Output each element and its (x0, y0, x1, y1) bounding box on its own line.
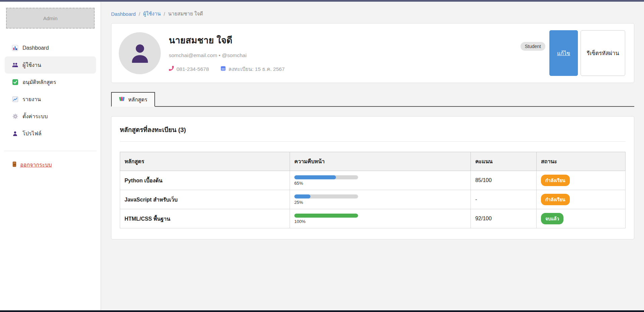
breadcrumb-current: นายสมชาย ใจดี (168, 10, 203, 18)
table-row: Python เบื้องต้น 65% 85/100 กำลังเรียน (120, 171, 626, 190)
sidebar-item-label: Dashboard (22, 45, 49, 51)
breadcrumb-separator: / (164, 11, 165, 17)
sidebar-divider (4, 151, 97, 151)
phone-item: 081-234-5678 (169, 66, 209, 72)
person-avatar-icon (129, 42, 151, 64)
progress-label: 25% (294, 200, 466, 205)
courses-divider (120, 141, 626, 142)
admin-logo[interactable]: Admin (6, 8, 95, 29)
sidebar-item-settings[interactable]: ตั้งค่าระบบ (5, 108, 96, 125)
tab-courses[interactable]: หลักสูตร (111, 92, 155, 107)
column-header-score: คะแนน (471, 152, 537, 171)
course-name: Python เบื้องต้น (120, 171, 290, 190)
tab-courses-label: หลักสูตร (128, 95, 147, 104)
status-badge: กำลังเรียน (541, 194, 570, 205)
progress-bar (294, 194, 358, 198)
users-icon (12, 62, 18, 68)
sidebar-item-label: อนุมัติหลักสูตร (22, 78, 56, 86)
status-badge: กำลังเรียน (541, 175, 570, 186)
phone-number: 081-234-5678 (177, 66, 209, 72)
courses-table: หลักสูตร ความคืบหน้า คะแนน สถานะ Python … (120, 152, 626, 228)
profile-meta: 081-234-5678 ลงทะเบียน: 15 ธ.ค. 2567 (169, 65, 521, 73)
page: Admin Dashboard ผู้ใช้งาน (0, 0, 644, 312)
sidebar-item-label: ผู้ใช้งาน (22, 61, 41, 69)
reset-password-button[interactable]: รีเซ็ตรหัสผ่าน (581, 30, 625, 76)
registered-date: ลงทะเบียน: 15 ธ.ค. 2567 (229, 65, 285, 73)
status-badge: จบแล้ว (541, 213, 563, 224)
sidebar-item-reports[interactable]: รายงาน (5, 91, 96, 108)
calendar-icon (220, 66, 226, 73)
courses-table-head: หลักสูตร ความคืบหน้า คะแนน สถานะ (120, 152, 626, 171)
sidebar-item-label: โปรไฟล์ (22, 129, 42, 138)
profile-card: นายสมชาย ใจดี somchai@email.com • @somch… (111, 23, 634, 83)
registered-item: ลงทะเบียน: 15 ธ.ค. 2567 (220, 65, 285, 73)
avatar (119, 32, 161, 74)
sidebar-item-course-approval[interactable]: อนุมัติหลักสูตร (5, 74, 96, 91)
door-icon (12, 162, 17, 168)
score-value: 85/100 (471, 171, 537, 190)
profile-info: นายสมชาย ใจดี somchai@email.com • @somch… (169, 33, 521, 73)
score-value: - (471, 190, 537, 209)
breadcrumb: Dashboard / ผู้ใช้งาน / นายสมชาย ใจดี (111, 10, 634, 18)
breadcrumb-separator: / (139, 11, 140, 17)
breadcrumb-link-users[interactable]: ผู้ใช้งาน (143, 10, 161, 18)
sidebar-item-profile[interactable]: โปรไฟล์ (5, 125, 96, 142)
logout-label: ออกจากระบบ (20, 161, 52, 169)
table-row: JavaScript สำหรับเว็บ 25% - กำลังเรียน (120, 190, 626, 209)
phone-icon (169, 66, 174, 72)
score-value: 92/100 (471, 209, 537, 228)
logout-link[interactable]: ออกจากระบบ (12, 161, 52, 169)
course-name: HTML/CSS พื้นฐาน (120, 209, 290, 228)
breadcrumb-link-dashboard[interactable]: Dashboard (111, 11, 136, 17)
courses-title: หลักสูตรที่ลงทะเบียน (3) (120, 125, 626, 135)
courses-card: หลักสูตรที่ลงทะเบียน (3) หลักสูตร ความคื… (111, 116, 634, 239)
profile-name: นายสมชาย ใจดี (169, 33, 521, 47)
main-content: Dashboard / ผู้ใช้งาน / นายสมชาย ใจดี นา… (101, 2, 644, 310)
books-icon (119, 96, 125, 103)
app-layout: Admin Dashboard ผู้ใช้งาน (0, 2, 644, 310)
column-header-status: สถานะ (536, 152, 625, 171)
profile-email: somchai@email.com • @somchai (169, 52, 521, 58)
tab-bar: หลักสูตร (111, 92, 634, 107)
sidebar-item-label: ตั้งค่าระบบ (22, 112, 48, 121)
progress-bar (294, 175, 358, 179)
gear-icon (12, 114, 18, 120)
edit-button[interactable]: แก้ไข (549, 30, 578, 76)
course-name: JavaScript สำหรับเว็บ (120, 190, 290, 209)
sidebar-nav: Dashboard ผู้ใช้งาน อนุมัติหลักสูตร (0, 39, 101, 142)
sidebar-item-dashboard[interactable]: Dashboard (5, 39, 96, 56)
role-badge: Student (521, 42, 545, 51)
bottom-edge-bar (0, 310, 644, 312)
column-header-progress: ความคืบหน้า (290, 152, 471, 171)
progress-label: 65% (294, 181, 466, 186)
bar-chart-icon (12, 45, 18, 51)
column-header-course: หลักสูตร (120, 152, 290, 171)
sidebar-item-users[interactable]: ผู้ใช้งาน (5, 56, 96, 74)
person-icon (12, 131, 18, 137)
progress-bar (294, 214, 358, 218)
check-box-icon (12, 79, 18, 85)
progress-label: 100% (294, 219, 466, 224)
sidebar: Admin Dashboard ผู้ใช้งาน (0, 2, 101, 310)
trend-chart-icon (12, 96, 18, 102)
sidebar-item-label: รายงาน (22, 95, 41, 103)
profile-actions: Student แก้ไข รีเซ็ตรหัสผ่าน (521, 30, 625, 76)
table-row: HTML/CSS พื้นฐาน 100% 92/100 จบแล้ว (120, 209, 626, 228)
